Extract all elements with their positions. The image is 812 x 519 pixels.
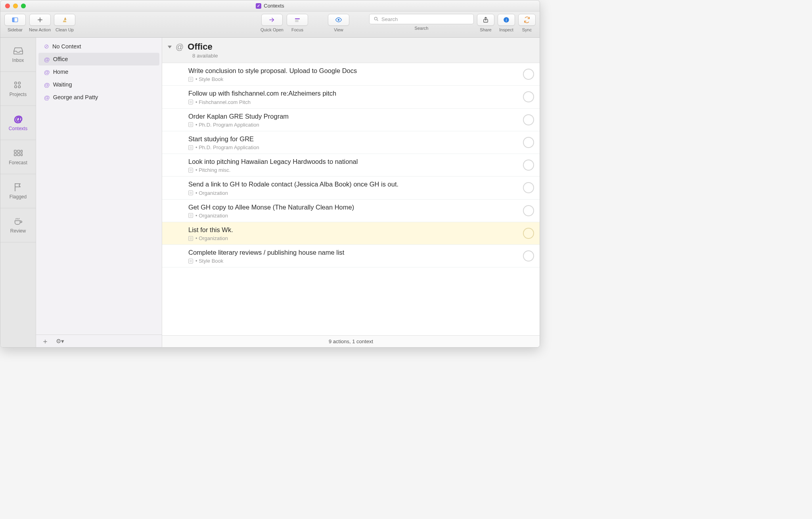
task-row[interactable]: Start studying for GRE• Ph.D. Program Ap… — [162, 131, 540, 154]
task-row[interactable]: Order Kaplan GRE Study Program• Ph.D. Pr… — [162, 109, 540, 131]
titlebar: ✓ Contexts — [0, 0, 540, 12]
task-complete-checkbox[interactable] — [523, 250, 534, 261]
task-content: Complete literary reviews / publishing h… — [188, 248, 518, 264]
at-icon: @ — [13, 115, 23, 123]
flag-icon — [13, 183, 23, 192]
clean-up-label: Clean Up — [56, 27, 74, 32]
context-item-waiting[interactable]: @Waiting — [38, 78, 159, 91]
search-placeholder: Search — [381, 16, 398, 22]
task-complete-checkbox[interactable] — [523, 160, 534, 171]
svg-rect-20 — [21, 153, 22, 156]
task-meta: • Pitching misc. — [188, 167, 518, 173]
forecast-icon — [13, 149, 23, 158]
task-complete-checkbox[interactable] — [523, 205, 534, 216]
minimize-window-button[interactable] — [13, 4, 18, 8]
task-row[interactable]: List for this Wk.• Organization — [162, 222, 540, 245]
task-meta: • Style Book — [188, 76, 518, 82]
perspective-rail: Inbox Projects @ Contexts Forecast — [0, 38, 36, 347]
disclosure-triangle[interactable] — [168, 46, 172, 48]
task-complete-checkbox[interactable] — [523, 91, 534, 102]
task-project: • Fishchannel.com Pitch — [195, 99, 251, 105]
share-label: Share — [480, 27, 491, 32]
close-window-button[interactable] — [5, 4, 10, 8]
task-content: Follow up with fishchannel.com re:Alzhei… — [188, 89, 518, 105]
task-project: • Style Book — [195, 258, 223, 264]
context-item-label: Office — [53, 56, 68, 62]
note-icon — [188, 168, 193, 173]
task-complete-checkbox[interactable] — [523, 182, 534, 193]
task-project: • Organization — [195, 190, 228, 196]
rail-contexts[interactable]: @ Contexts — [0, 106, 36, 140]
task-meta: • Organization — [188, 213, 518, 219]
context-sidebar: ⊘No Context@Office@Home@Waiting@George a… — [36, 38, 162, 347]
rail-forecast[interactable]: Forecast — [0, 140, 36, 174]
task-title: Start studying for GRE — [188, 135, 518, 143]
clean-up-button[interactable] — [54, 14, 75, 26]
rail-projects-label: Projects — [10, 92, 27, 97]
context-item-no-context[interactable]: ⊘No Context — [38, 40, 159, 53]
new-action-label: New Action — [29, 27, 51, 32]
task-content: Send a link to GH to Rodale contact (Jes… — [188, 180, 518, 196]
svg-rect-1 — [12, 18, 14, 22]
task-project: • Organization — [195, 235, 228, 241]
body: Inbox Projects @ Contexts Forecast — [0, 38, 540, 347]
rail-inbox-label: Inbox — [12, 58, 24, 63]
svg-rect-16 — [17, 150, 20, 152]
context-list: ⊘No Context@Office@Home@Waiting@George a… — [36, 38, 162, 334]
quick-open-button[interactable] — [261, 14, 283, 26]
task-row[interactable]: Look into pitching Hawaiian Legacy Hardw… — [162, 154, 540, 177]
new-action-button[interactable] — [29, 14, 51, 26]
share-button[interactable] — [477, 14, 494, 26]
task-content: List for this Wk.• Organization — [188, 225, 518, 241]
rail-forecast-label: Forecast — [9, 160, 27, 165]
task-title: Order Kaplan GRE Study Program — [188, 112, 518, 121]
focus-button[interactable] — [287, 14, 308, 26]
task-row[interactable]: Get GH copy to Allee Monse (The Naturall… — [162, 200, 540, 222]
rail-inbox[interactable]: Inbox — [0, 38, 36, 72]
view-button[interactable] — [328, 14, 349, 26]
task-title: Follow up with fishchannel.com re:Alzhei… — [188, 89, 518, 98]
task-complete-checkbox[interactable] — [523, 69, 534, 80]
context-item-home[interactable]: @Home — [38, 65, 159, 78]
task-meta: • Fishchannel.com Pitch — [188, 99, 518, 105]
focus-label: Focus — [291, 27, 303, 32]
rail-flagged[interactable]: Flagged — [0, 174, 36, 208]
search-label: Search — [415, 26, 429, 31]
note-icon — [188, 122, 193, 127]
task-content: Start studying for GRE• Ph.D. Program Ap… — [188, 135, 518, 150]
inspect-button[interactable]: i — [498, 14, 515, 26]
sidebar-toggle-button[interactable] — [4, 14, 26, 26]
no-context-icon: ⊘ — [44, 43, 49, 50]
task-complete-checkbox[interactable] — [523, 114, 534, 125]
task-row[interactable]: Send a link to GH to Rodale contact (Jes… — [162, 177, 540, 199]
task-row[interactable]: Follow up with fishchannel.com re:Alzhei… — [162, 86, 540, 108]
sync-button[interactable] — [518, 14, 536, 26]
header-subtitle: 8 available — [192, 53, 532, 59]
task-complete-checkbox[interactable] — [523, 137, 534, 148]
task-row[interactable]: Complete literary reviews / publishing h… — [162, 245, 540, 267]
task-meta: • Ph.D. Program Application — [188, 122, 518, 128]
task-project: • Ph.D. Program Application — [195, 122, 259, 128]
task-meta: • Ph.D. Program Application — [188, 144, 518, 150]
app-icon: ✓ — [256, 3, 261, 9]
zoom-window-button[interactable] — [21, 4, 26, 8]
context-item-label: Home — [53, 69, 69, 75]
sidebar-footer: ＋ ⚙︎▾ — [36, 334, 162, 347]
note-icon — [188, 259, 193, 263]
broom-icon — [61, 16, 68, 23]
search-input[interactable]: Search — [369, 14, 474, 24]
view-label: View — [334, 27, 343, 32]
task-content: Get GH copy to Allee Monse (The Naturall… — [188, 203, 518, 219]
rail-projects[interactable]: Projects — [0, 72, 36, 106]
add-context-button[interactable]: ＋ — [42, 336, 49, 346]
context-item-office[interactable]: @Office — [38, 53, 159, 65]
sync-label: Sync — [522, 27, 532, 32]
note-icon — [188, 100, 193, 104]
svg-point-5 — [338, 19, 340, 21]
context-item-george-and-patty[interactable]: @George and Patty — [38, 91, 159, 104]
sidebar-settings-button[interactable]: ⚙︎▾ — [56, 338, 64, 345]
rail-review[interactable]: Review — [0, 208, 36, 242]
task-complete-checkbox[interactable] — [523, 228, 534, 239]
note-icon — [188, 236, 193, 241]
task-row[interactable]: Write conclusion to style proposal. Uplo… — [162, 63, 540, 86]
